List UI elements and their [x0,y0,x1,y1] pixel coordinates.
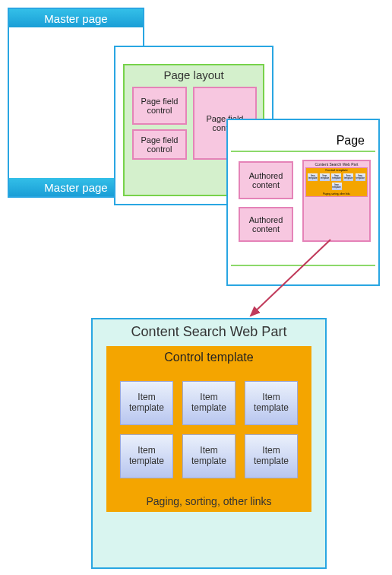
mini-cswp-title: Content Search Web Part [304,161,369,167]
item-template: Item template [245,434,298,478]
mini-item: Item template [331,173,341,181]
item-template-grid: Item template Item template Item templat… [106,366,311,488]
green-stripe-top [231,151,375,152]
mini-item-grid: Item template Item template Item templat… [306,172,367,192]
page-field-control-2: Page field control [132,129,187,160]
mini-item: Item template [332,183,342,190]
master-page-header: Master page [9,9,143,27]
page-title: Page [337,134,365,148]
item-template: Item template [120,434,173,478]
cswp-panel: Content Search Web Part Control template… [91,318,327,569]
mini-item: Item template [308,173,318,181]
item-template: Item template [182,381,236,425]
mini-control-template: Control template Item template Item temp… [305,167,368,197]
authored-content-1: Authored content [239,161,293,199]
cswp-title: Content Search Web Part [93,319,325,343]
control-template-title: Control template [106,346,311,366]
mini-item: Item template [320,173,330,181]
cswp-footer: Paging, sorting, other links [106,488,311,507]
item-template: Item template [245,381,298,425]
mini-cswp: Content Search Web Part Control template… [302,160,371,242]
svg-line-0 [251,240,330,316]
page-layout-title: Page layout [125,65,263,84]
control-template: Control template Item template Item temp… [106,346,311,512]
page-field-control-1: Page field control [132,87,187,125]
item-template: Item template [182,434,236,478]
zoom-arrow-icon [243,236,342,327]
mini-item: Item template [356,173,365,181]
mini-item: Item template [343,173,353,181]
item-template: Item template [120,381,173,425]
mini-footer: Paging, sorting, other links [306,192,367,196]
